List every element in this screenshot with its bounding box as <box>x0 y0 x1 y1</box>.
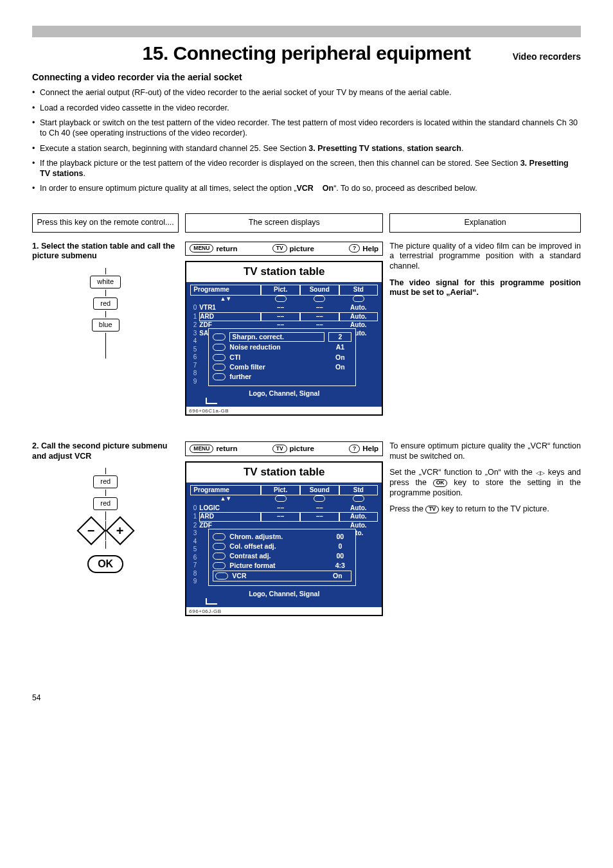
table-row: 0VTR1––––Auto. <box>190 304 378 312</box>
row-icon <box>213 344 226 351</box>
p3-part-b: key to return to the TV picture. <box>439 504 549 513</box>
submenu-row: CTIOn <box>213 353 351 362</box>
table-row: 1ARD––––Auto. <box>190 512 378 522</box>
step1-title: 1. Select the station table and call the… <box>32 242 179 261</box>
osd-code: 696+06C1a-GB <box>186 407 382 414</box>
osd-return-label: return <box>216 244 237 253</box>
picture-submenu-popup-2: Chrom. adjustm.00Col. offset adj.0Contra… <box>208 529 356 587</box>
menu-key-icon: MENU <box>190 244 213 252</box>
page-subtitle: Video recorders <box>513 51 581 63</box>
menu-key-icon: MENU <box>190 445 213 453</box>
help-key-icon: ? <box>349 445 360 453</box>
osd-help-label: Help <box>362 444 378 453</box>
submenu-row: further <box>213 372 351 382</box>
pointer-icon <box>206 398 217 404</box>
row-icon <box>213 543 226 550</box>
bullet-item: Connect the aerial output (RF-out) of th… <box>32 88 581 98</box>
bullet-item: If the playback picture or the test patt… <box>32 159 581 179</box>
remote-diagram-1: white red blue <box>32 268 179 359</box>
osd-top-bar: MENU return TV picture ? Help <box>185 441 383 456</box>
bullet-item: Execute a station search, beginning with… <box>32 144 581 154</box>
submenu-row: VCROn <box>213 571 351 581</box>
submenu-row: Picture format4:3 <box>213 561 351 571</box>
picture-submenu-popup: Sharpn. correct.2Noise reductionA1CTIOnC… <box>208 328 356 386</box>
osd-footer: Logo, Channel, Signal <box>190 590 378 598</box>
bullet-item: Start playback or switch on the test pat… <box>32 118 581 138</box>
page-title: 15. Connecting peripheral equipment <box>143 41 471 66</box>
ok-key-icon: OK <box>433 479 448 487</box>
submenu-row: Col. offset adj.0 <box>213 542 351 551</box>
osd-code: 696+06J-GB <box>186 607 382 615</box>
key-label-red: red <box>93 475 118 488</box>
bullet-item: Load a recorded video cassette in the vi… <box>32 103 581 114</box>
row-icon <box>215 572 228 580</box>
key-label-blue: blue <box>92 319 120 332</box>
osd-return-label: return <box>216 444 237 453</box>
submenu-row: Chrom. adjustm.00 <box>213 532 351 542</box>
updown-icon: ▲▼ <box>190 296 261 304</box>
osd-help-label: Help <box>362 244 378 253</box>
osd-frame-2: TV station table Programme Pict. Sound S… <box>185 461 383 616</box>
bullet-item: In order to ensure optimum picture quali… <box>32 184 581 194</box>
plus-nav-icon: + <box>105 516 134 545</box>
key-label-red: red <box>93 297 118 310</box>
updown-icon: ▲▼ <box>190 495 261 504</box>
col-pict: Pict. <box>261 285 300 296</box>
pill-icon <box>353 495 364 502</box>
row-icon <box>213 553 226 560</box>
row-icon <box>213 373 226 380</box>
row-icon <box>213 562 226 569</box>
bullet-list: Connect the aerial output (RF-out) of th… <box>32 88 581 194</box>
column-header-remote: Press this key on the remote control.... <box>32 213 179 233</box>
col-std: Std <box>339 285 378 296</box>
left-right-arrow-icon: ◁▷ <box>536 470 545 476</box>
row-icon <box>213 333 226 341</box>
tv-key-icon: TV <box>425 506 439 513</box>
minus-nav-icon: − <box>76 516 105 545</box>
table-row: 0LOGIC––––Auto. <box>190 504 378 513</box>
p2-part-a: Set the „VCR“ function to „On“ with the <box>389 468 535 477</box>
osd-frame-1: TV station table Programme Pict. Sound S… <box>185 261 383 416</box>
step2-explain-p3: Press the TV key to return to the TV pic… <box>389 504 581 515</box>
pill-icon <box>275 495 287 502</box>
submenu-row: Sharpn. correct.2 <box>213 332 351 342</box>
osd-title: TV station table <box>186 463 382 483</box>
submenu-row: Noise reductionA1 <box>213 342 351 352</box>
column-header-screen: The screen displays <box>185 213 383 233</box>
row-icon <box>213 364 226 371</box>
pill-icon <box>353 296 364 302</box>
help-key-icon: ? <box>349 244 360 252</box>
row-icon <box>213 354 226 361</box>
osd-title: TV station table <box>186 262 382 282</box>
step2-title: 2. Call the second picture submenu and a… <box>32 441 179 461</box>
pill-icon <box>275 296 287 302</box>
explain-para: The picture quality of a video film can … <box>389 242 581 272</box>
column-header-explanation: Explanation <box>389 213 581 233</box>
pill-icon <box>314 296 325 302</box>
col-std: Std <box>339 485 378 496</box>
submenu-row: Comb filterOn <box>213 362 351 372</box>
explain-para: The video signal for this programme posi… <box>389 278 581 298</box>
col-pict: Pict. <box>261 485 300 496</box>
row-icon <box>213 533 226 540</box>
tv-key-icon: TV <box>272 244 287 252</box>
key-label-red: red <box>93 497 118 510</box>
ok-button-graphic: OK <box>87 555 123 573</box>
key-label-white: white <box>90 276 121 288</box>
p3-part-a: Press the <box>389 504 425 513</box>
section-heading: Connecting a video recorder via the aeri… <box>32 72 581 84</box>
remote-diagram-2: red red − + OK <box>32 468 179 573</box>
header-bar <box>32 26 581 37</box>
pill-icon <box>314 495 325 502</box>
osd-footer: Logo, Channel, Signal <box>190 389 378 398</box>
col-sound: Sound <box>300 485 339 496</box>
osd-picture-label: picture <box>290 444 314 453</box>
osd-top-bar: MENU return TV picture ? Help <box>185 242 383 256</box>
page-number: 54 <box>32 693 581 703</box>
submenu-row: Contrast adj.00 <box>213 551 351 561</box>
pointer-icon <box>206 598 217 605</box>
col-programme: Programme <box>190 485 261 496</box>
step2-explain-p2: Set the „VCR“ function to „On“ with the … <box>389 468 581 498</box>
col-programme: Programme <box>190 285 261 296</box>
step2-explain-p1: To ensure optimum picture quality the „V… <box>389 441 581 461</box>
